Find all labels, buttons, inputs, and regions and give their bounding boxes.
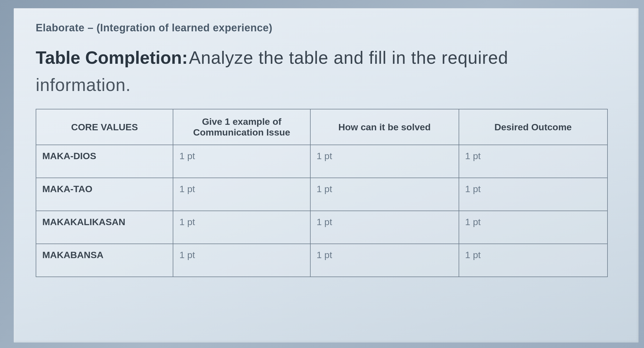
cell: 1 pt — [459, 145, 607, 178]
row-label: MAKAKALIKASAN — [36, 211, 173, 244]
cell: 1 pt — [310, 211, 459, 244]
table-row: MAKABANSA 1 pt 1 pt 1 pt — [36, 244, 607, 277]
cell: 1 pt — [310, 244, 459, 277]
row-label: MAKABANSA — [36, 244, 173, 277]
cell: 1 pt — [173, 244, 310, 277]
section-label: Elaborate – (Integration of learned expe… — [36, 22, 619, 34]
table-row: MAKAKALIKASAN 1 pt 1 pt 1 pt — [36, 211, 607, 244]
table-row: MAKA-TAO 1 pt 1 pt 1 pt — [36, 178, 607, 211]
cell: 1 pt — [310, 178, 459, 211]
cell: 1 pt — [173, 211, 310, 244]
subtitle: information. — [36, 75, 619, 95]
header-solved: How can it be solved — [310, 109, 459, 145]
title-rest: Analyze the table and fill in the requir… — [189, 48, 508, 68]
table-row: MAKA-DIOS 1 pt 1 pt 1 pt — [36, 145, 607, 178]
header-example: Give 1 example of Communication Issue — [173, 109, 310, 145]
table-header-row: CORE VALUES Give 1 example of Communicat… — [36, 109, 607, 145]
header-outcome: Desired Outcome — [459, 109, 607, 145]
cell: 1 pt — [459, 244, 607, 277]
row-label: MAKA-DIOS — [36, 145, 173, 178]
row-label: MAKA-TAO — [36, 178, 173, 211]
cell: 1 pt — [310, 145, 459, 178]
slide-content: Elaborate – (Integration of learned expe… — [14, 8, 639, 343]
title-row: Table Completion: Analyze the table and … — [36, 48, 619, 68]
cell: 1 pt — [459, 178, 607, 211]
title-bold: Table Completion: — [36, 48, 188, 68]
header-core-values: CORE VALUES — [36, 109, 173, 145]
cell: 1 pt — [459, 211, 607, 244]
cell: 1 pt — [173, 145, 310, 178]
core-values-table: CORE VALUES Give 1 example of Communicat… — [36, 109, 608, 277]
cell: 1 pt — [173, 178, 310, 211]
